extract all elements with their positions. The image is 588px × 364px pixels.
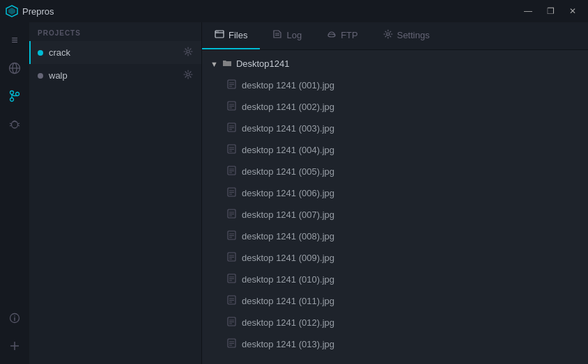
file-row[interactable]: desktop 1241 (012).jpg xyxy=(202,312,588,333)
tab-files[interactable]: Files xyxy=(202,22,260,49)
tab-ftp-label: FTP xyxy=(341,30,358,40)
titlebar-left: Prepros xyxy=(6,5,54,17)
project-settings-icon-walp[interactable] xyxy=(183,70,193,81)
projects-panel: PROJECTS crack walp xyxy=(29,22,202,364)
svg-rect-75 xyxy=(228,339,235,347)
project-item-crack[interactable]: crack xyxy=(29,41,201,64)
file-row[interactable]: desktop 1241 (007).jpg xyxy=(202,204,588,225)
file-name: desktop 1241 (007).jpg xyxy=(242,209,334,220)
file-name: desktop 1241 (013).jpg xyxy=(242,339,334,349)
project-item-left-walp: walp xyxy=(38,70,68,81)
titlebar-controls: — ❐ ✕ xyxy=(518,3,582,19)
close-button[interactable]: ✕ xyxy=(563,3,582,19)
maximize-button[interactable]: ❐ xyxy=(541,3,560,19)
globe-icon[interactable] xyxy=(2,56,27,81)
app-logo-icon xyxy=(6,5,18,17)
svg-rect-55 xyxy=(228,231,235,239)
svg-rect-67 xyxy=(228,296,235,304)
file-name: desktop 1241 (006).jpg xyxy=(242,188,334,198)
folder-name: Desktop1241 xyxy=(236,58,290,69)
svg-point-7 xyxy=(16,93,20,96)
file-name: desktop 1241 (002).jpg xyxy=(242,102,334,112)
project-settings-icon-crack[interactable] xyxy=(183,47,193,58)
project-item-walp[interactable]: walp xyxy=(29,64,201,87)
minimize-button[interactable]: — xyxy=(518,3,538,19)
git-branch-icon[interactable] xyxy=(2,84,27,109)
file-row[interactable]: desktop 1241 (008).jpg xyxy=(202,225,588,247)
file-icon xyxy=(227,79,236,91)
project-dot xyxy=(38,50,43,56)
svg-point-19 xyxy=(187,50,189,53)
tab-ftp[interactable]: FTP xyxy=(314,22,371,49)
titlebar: Prepros — ❐ ✕ xyxy=(0,0,588,22)
file-row[interactable]: desktop 1241 (003).jpg xyxy=(202,118,588,139)
file-row[interactable]: desktop 1241 (006).jpg xyxy=(202,182,588,204)
file-row[interactable]: desktop 1241 (009).jpg xyxy=(202,247,588,269)
svg-rect-51 xyxy=(228,209,235,218)
file-row[interactable]: desktop 1241 (011).jpg xyxy=(202,290,588,312)
svg-rect-59 xyxy=(228,253,235,261)
svg-rect-22 xyxy=(215,31,219,33)
projects-label: PROJECTS xyxy=(29,22,201,41)
svg-point-26 xyxy=(387,33,389,35)
file-icon xyxy=(227,187,236,199)
file-name: desktop 1241 (012).jpg xyxy=(242,317,334,328)
svg-line-12 xyxy=(18,123,20,124)
project-name-crack: crack xyxy=(49,47,70,58)
file-icon xyxy=(227,274,236,285)
svg-rect-31 xyxy=(228,102,235,110)
file-name: desktop 1241 (003).jpg xyxy=(242,123,334,134)
file-list[interactable]: ▼ Desktop1241 desktop 1241 (001).jpg des… xyxy=(202,50,588,364)
svg-rect-27 xyxy=(228,80,235,88)
svg-rect-63 xyxy=(228,274,235,283)
svg-rect-47 xyxy=(228,188,235,196)
project-item-left: crack xyxy=(38,47,70,58)
file-name: desktop 1241 (005).jpg xyxy=(242,166,334,177)
svg-rect-39 xyxy=(228,145,235,153)
files-tab-icon xyxy=(215,29,224,41)
folder-chevron-icon: ▼ xyxy=(210,60,218,68)
file-icon xyxy=(227,230,236,242)
svg-point-20 xyxy=(187,73,189,76)
tabs-bar: Files Log F xyxy=(202,22,588,50)
file-row[interactable]: desktop 1241 (002).jpg xyxy=(202,96,588,118)
file-icon xyxy=(227,338,236,350)
tab-files-label: Files xyxy=(229,30,247,40)
svg-line-10 xyxy=(10,123,11,124)
bug-icon[interactable] xyxy=(2,111,27,136)
icon-rail: ≡ xyxy=(0,22,29,364)
svg-rect-71 xyxy=(228,317,235,326)
file-icon xyxy=(227,252,236,264)
add-project-icon[interactable] xyxy=(2,333,27,358)
file-name: desktop 1241 (001).jpg xyxy=(242,80,334,90)
folder-row[interactable]: ▼ Desktop1241 xyxy=(202,53,588,74)
file-icon xyxy=(227,317,236,329)
file-name: desktop 1241 (009).jpg xyxy=(242,253,334,263)
file-row[interactable]: desktop 1241 (013).jpg xyxy=(202,333,588,355)
info-icon[interactable] xyxy=(2,306,27,331)
svg-marker-1 xyxy=(8,8,15,15)
tab-settings-label: Settings xyxy=(397,30,430,40)
file-icon xyxy=(227,295,236,307)
file-icon xyxy=(227,122,236,134)
file-name: desktop 1241 (011).jpg xyxy=(242,296,334,306)
menu-icon[interactable]: ≡ xyxy=(2,28,27,53)
svg-line-13 xyxy=(18,125,20,126)
svg-point-6 xyxy=(10,98,14,102)
file-rows-container: desktop 1241 (001).jpg desktop 1241 (002… xyxy=(202,74,588,355)
app-title: Prepros xyxy=(22,6,54,17)
log-tab-icon xyxy=(272,29,282,41)
tab-settings[interactable]: Settings xyxy=(371,22,442,49)
file-icon xyxy=(227,166,236,177)
file-row[interactable]: desktop 1241 (010).jpg xyxy=(202,269,588,290)
file-row[interactable]: desktop 1241 (004).jpg xyxy=(202,139,588,161)
folder-icon xyxy=(222,58,232,70)
file-row[interactable]: desktop 1241 (001).jpg xyxy=(202,74,588,96)
file-name: desktop 1241 (008).jpg xyxy=(242,231,334,242)
tab-log[interactable]: Log xyxy=(260,22,314,49)
rail-bottom xyxy=(2,306,27,364)
svg-point-25 xyxy=(328,34,335,37)
file-icon xyxy=(227,144,236,156)
file-row[interactable]: desktop 1241 (005).jpg xyxy=(202,161,588,182)
file-name: desktop 1241 (004).jpg xyxy=(242,145,334,155)
